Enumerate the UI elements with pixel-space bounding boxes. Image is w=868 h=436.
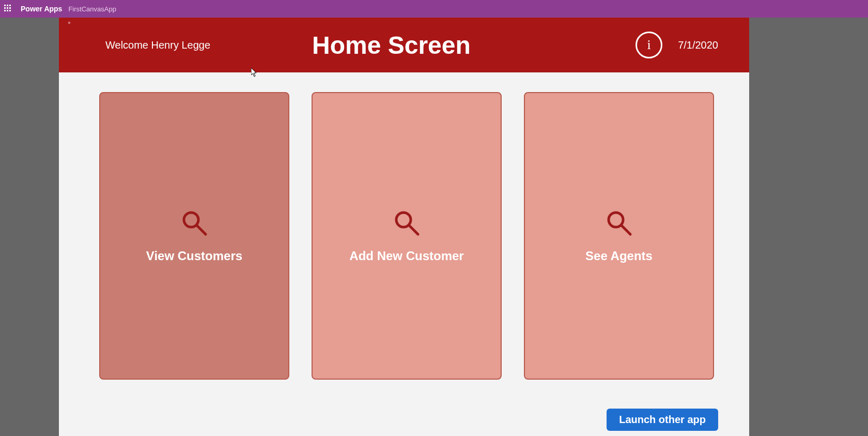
svg-line-3 [409,225,418,234]
search-icon [605,208,633,239]
card-view-customers[interactable]: View Customers [99,92,289,380]
info-glyph: i [647,37,651,53]
card-add-new-customer[interactable]: Add New Customer [312,92,502,380]
svg-line-1 [197,225,206,234]
card-label: View Customers [146,249,242,263]
app-name-label: FirstCanvasApp [68,5,116,13]
welcome-label: Welcome Henry Legge [105,39,302,51]
page-title: Home Screen [312,31,636,59]
card-label: See Agents [585,249,653,263]
cards-area: View Customers Add New Customer See Agen… [59,72,749,380]
search-icon [392,208,421,239]
date-label: 7/1/2020 [678,39,718,51]
brand-label[interactable]: Power Apps [21,5,62,13]
decor-dot [68,22,70,24]
info-icon[interactable]: i [636,32,662,58]
app-canvas: Welcome Henry Legge Home Screen i 7/1/20… [59,18,749,436]
svg-line-5 [622,225,630,234]
launch-other-app-button[interactable]: Launch other app [607,409,718,431]
card-see-agents[interactable]: See Agents [524,92,714,380]
card-label: Add New Customer [349,249,463,263]
top-bar: Power Apps FirstCanvasApp [0,0,868,18]
waffle-icon[interactable] [4,5,12,13]
search-icon [180,208,209,239]
app-header: Welcome Henry Legge Home Screen i 7/1/20… [59,18,749,72]
